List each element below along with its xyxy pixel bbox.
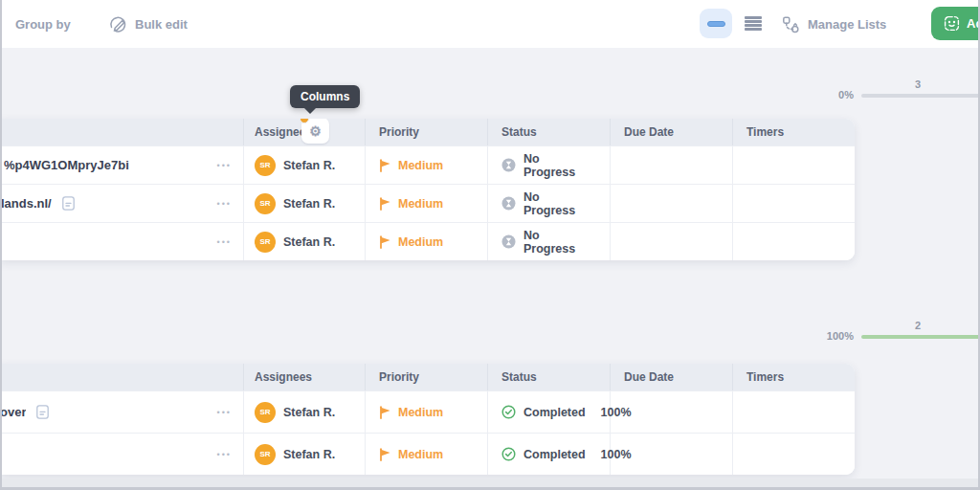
group-by-button[interactable]: Group by	[0, 0, 71, 48]
header-timers: Timers	[733, 119, 855, 145]
collapsed-view-toggle-button[interactable]	[700, 9, 732, 38]
task-name-cell[interactable]: •••	[0, 223, 244, 260]
header-due-date: Due Date	[611, 119, 733, 145]
row-menu-button[interactable]: •••	[217, 237, 232, 247]
priority-flag-icon	[379, 235, 391, 249]
gear-icon: ⚙	[309, 124, 322, 138]
row-menu-button[interactable]: •••	[217, 161, 232, 170]
group2-task-count: 2	[907, 320, 928, 331]
due-date-cell[interactable]	[611, 146, 733, 184]
priority-label: Medium	[398, 159, 443, 172]
assignees-cell[interactable]: SR Stefan R.	[244, 434, 366, 475]
no-progress-icon	[501, 234, 516, 249]
priority-cell[interactable]: Medium	[366, 223, 488, 260]
dense-list-view-icon[interactable]	[745, 16, 762, 31]
header-name-column	[0, 119, 244, 145]
group1-task-count: 3	[907, 78, 928, 90]
timers-cell[interactable]	[733, 223, 855, 260]
task-name-cell[interactable]: •••	[0, 434, 244, 475]
header-assignees: Assignees	[244, 364, 366, 390]
task-sticker-icon	[944, 15, 960, 32]
status-cell[interactable]: No Progress	[488, 146, 611, 184]
manage-lists-label: Manage Lists	[808, 17, 886, 32]
window-bottom-band	[0, 479, 980, 487]
header-priority: Priority	[366, 364, 488, 390]
table-row[interactable]: ••• SR Stefan R. Medium Completed 100%	[0, 433, 855, 475]
priority-label: Medium	[398, 406, 443, 419]
manage-lists-icon	[782, 15, 800, 33]
no-progress-icon	[501, 158, 516, 172]
status-cell[interactable]: No Progress	[488, 223, 611, 260]
task-name: %p4WG1OMpryJe7bi	[4, 158, 129, 172]
status-label: No Progress	[523, 229, 594, 256]
priority-flag-icon	[379, 159, 391, 172]
priority-label: Medium	[398, 235, 443, 249]
avatar: SR	[255, 232, 276, 253]
priority-flag-icon	[379, 197, 391, 211]
priority-label: Medium	[398, 448, 443, 461]
timers-cell[interactable]	[733, 434, 855, 475]
pencil-icon	[109, 15, 127, 33]
timers-cell[interactable]	[733, 185, 855, 222]
status-label: Completed	[523, 448, 586, 461]
timers-cell[interactable]	[733, 146, 855, 184]
priority-cell[interactable]: Medium	[366, 146, 488, 184]
timers-cell[interactable]	[733, 391, 855, 433]
priority-cell[interactable]: Medium	[366, 185, 488, 222]
dash-view-icon	[707, 21, 725, 27]
task-name-cell[interactable]: over •••	[0, 391, 244, 433]
status-cell[interactable]: Completed 100%	[488, 391, 611, 433]
due-date-cell[interactable]	[611, 434, 733, 475]
table-header-row: Assignees Priority Status Due Date Timer…	[0, 364, 855, 390]
row-menu-button[interactable]: •••	[217, 408, 232, 417]
due-date-cell[interactable]	[611, 185, 733, 222]
status-label: No Progress	[523, 190, 594, 217]
due-date-cell[interactable]	[611, 391, 733, 433]
manage-lists-button[interactable]: Manage Lists	[782, 0, 886, 48]
table-row[interactable]: %p4WG1OMpryJe7bi ••• SR Stefan R. Medium…	[0, 145, 855, 184]
avatar: SR	[255, 402, 276, 423]
no-progress-icon	[501, 196, 516, 211]
table-row[interactable]: over ••• SR Stefan R. Medium Completed 1…	[0, 390, 855, 433]
assignees-cell[interactable]: SR Stefan R.	[244, 146, 366, 184]
header-priority: Priority	[366, 119, 488, 145]
columns-settings-button[interactable]: ⚙	[301, 119, 329, 144]
completed-check-icon	[501, 447, 516, 461]
priority-flag-icon	[379, 448, 391, 461]
window-left-edge	[0, 0, 2, 490]
task-table-group2: Assignees Priority Status Due Date Timer…	[0, 364, 855, 475]
row-menu-button[interactable]: •••	[217, 199, 232, 209]
status-cell[interactable]: No Progress	[488, 185, 611, 222]
assignees-cell[interactable]: SR Stefan R.	[244, 223, 366, 260]
assignees-cell[interactable]: SR Stefan R.	[244, 185, 366, 222]
assignees-cell[interactable]: SR Stefan R.	[244, 391, 366, 433]
table-header-row: Assignees ⚙ Priority Status Due Date Tim…	[0, 119, 855, 145]
group-by-label: Group by	[15, 17, 71, 32]
header-status: Status	[488, 119, 611, 145]
table-row[interactable]: lands.nl/ ••• SR Stefan R. Medium No Pro…	[0, 184, 855, 222]
status-cell[interactable]: Completed 100%	[488, 434, 611, 475]
task-name-cell[interactable]: lands.nl/ •••	[0, 185, 244, 222]
header-assignees: Assignees ⚙	[244, 119, 366, 145]
avatar: SR	[255, 444, 276, 465]
bulk-edit-button[interactable]: Bulk edit	[109, 0, 188, 48]
add-task-button[interactable]: Add T	[931, 7, 980, 40]
group2-progress-percent: 100%	[800, 330, 854, 342]
assignee-name: Stefan R.	[283, 159, 335, 172]
priority-cell[interactable]: Medium	[366, 434, 488, 475]
assignee-name: Stefan R.	[283, 235, 335, 249]
app-window: Group by Bulk edit	[0, 0, 980, 490]
assignee-name: Stefan R.	[283, 448, 335, 461]
due-date-cell[interactable]	[611, 223, 733, 260]
table-row[interactable]: ••• SR Stefan R. Medium No Progress	[0, 222, 855, 260]
header-status: Status	[488, 364, 611, 390]
task-name-cell[interactable]: %p4WG1OMpryJe7bi •••	[0, 146, 244, 184]
group1-progress-bar	[861, 94, 980, 98]
priority-cell[interactable]: Medium	[366, 391, 488, 433]
status-label: No Progress	[523, 152, 594, 179]
row-menu-button[interactable]: •••	[217, 450, 232, 459]
task-name: lands.nl/	[1, 196, 52, 211]
toolbar: Group by Bulk edit	[0, 0, 980, 48]
task-table-group1: Assignees ⚙ Priority Status Due Date Tim…	[0, 119, 855, 260]
columns-tooltip-label: Columns	[301, 90, 349, 103]
